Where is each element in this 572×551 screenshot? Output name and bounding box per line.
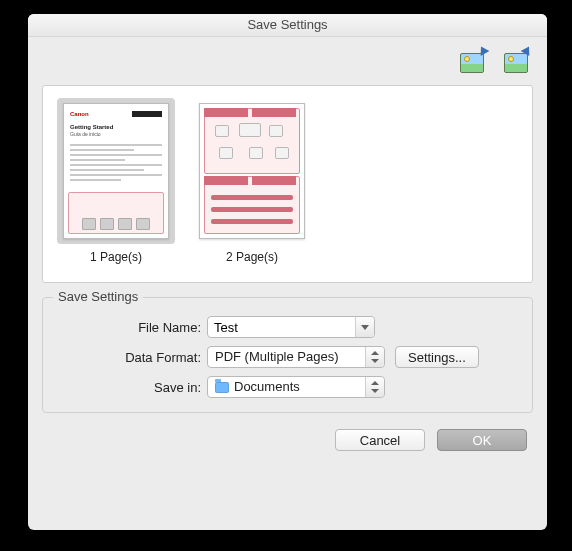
file-name-label: File Name: [55, 320, 207, 335]
save-settings-group: Save Settings File Name: Data Format: PD… [42, 297, 533, 413]
thumbnail-1[interactable]: Getting Started Guía de inicio 1 Page(s) [57, 98, 175, 264]
save-settings-dialog: Save Settings Getting Started Guía de in… [28, 14, 547, 530]
chevron-down-icon[interactable] [355, 317, 374, 337]
rotate-right-icon[interactable] [501, 47, 531, 75]
data-format-value: PDF (Multiple Pages) [215, 347, 339, 367]
data-format-select[interactable]: PDF (Multiple Pages) [207, 346, 385, 368]
group-title: Save Settings [53, 289, 143, 304]
data-format-label: Data Format: [55, 350, 207, 365]
file-name-combo[interactable] [207, 316, 375, 338]
save-in-select[interactable]: Documents [207, 376, 385, 398]
folder-icon [215, 382, 229, 393]
ok-button[interactable]: OK [437, 429, 527, 451]
toolbar [28, 37, 547, 85]
cancel-button[interactable]: Cancel [335, 429, 425, 451]
window-title: Save Settings [28, 14, 547, 37]
page-preview-1: Getting Started Guía de inicio [63, 103, 169, 239]
page-preview-2 [199, 103, 305, 239]
stepper-icon[interactable] [365, 377, 384, 397]
save-in-label: Save in: [55, 380, 207, 395]
dialog-footer: Cancel OK [28, 413, 547, 451]
file-name-input[interactable] [208, 320, 374, 335]
stepper-icon[interactable] [365, 347, 384, 367]
thumbnail-1-label: 1 Page(s) [90, 250, 142, 264]
rotate-left-icon[interactable] [457, 47, 487, 75]
thumbnail-panel: Getting Started Guía de inicio 1 Page(s) [42, 85, 533, 283]
settings-button[interactable]: Settings... [395, 346, 479, 368]
thumbnail-2[interactable]: 2 Page(s) [193, 98, 311, 264]
thumbnail-2-label: 2 Page(s) [226, 250, 278, 264]
save-in-value: Documents [234, 377, 300, 397]
